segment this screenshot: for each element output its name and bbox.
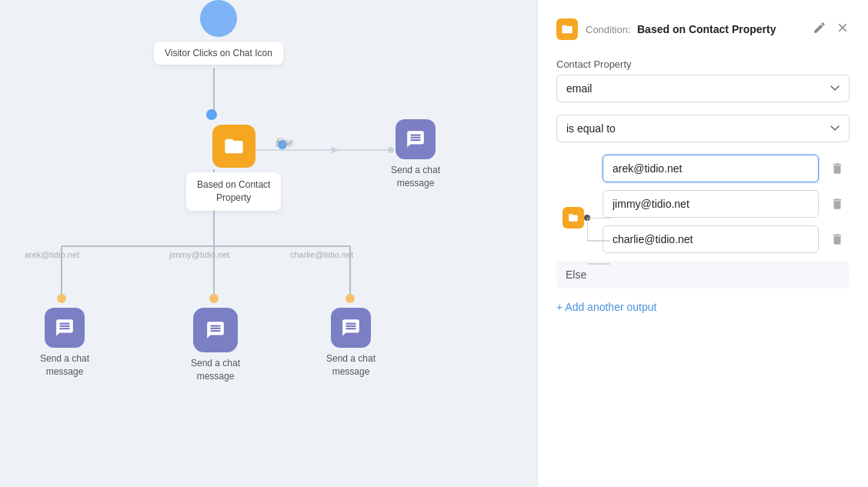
left-msg-label: Send a chatmessage: [40, 352, 89, 379]
panel-title: Based on Contact Property: [637, 23, 776, 35]
contact-property-select[interactable]: email: [556, 75, 850, 102]
delete-btn-3[interactable]: [825, 227, 850, 252]
panel-header: Condition: Based on Contact Property: [556, 18, 850, 40]
delete-btn-2[interactable]: [825, 192, 850, 216]
right-msg-label: Send a chatmessage: [326, 352, 376, 379]
else-label: Else: [566, 269, 586, 281]
delete-btn-1[interactable]: [825, 156, 850, 181]
value-row-1: [603, 155, 850, 182]
branch-arek-label: arek@tidio.net: [25, 250, 79, 259]
panel-header-actions: [813, 21, 850, 38]
condition-label: Based on ContactProperty: [197, 179, 270, 203]
blue-dot-1: [206, 109, 217, 120]
close-icon[interactable]: [836, 21, 850, 38]
value-inputs: [603, 155, 850, 261]
panel-label: Condition:: [586, 24, 631, 35]
else-arrow-label: Else: [275, 139, 292, 148]
branch-jimmy-label: jimmy@tidio.net: [169, 250, 229, 259]
value-input-2[interactable]: [603, 190, 819, 218]
value-row-3: [603, 225, 850, 253]
panel-condition-icon: [556, 18, 578, 40]
trigger-node[interactable]: Visitor Clicks on Chat Icon: [154, 0, 283, 65]
flow-canvas: Else Visitor Clicks on Chat Icon: [0, 0, 537, 487]
yellow-dot-left: [57, 294, 66, 303]
center-msg-label: Send a chatmessage: [191, 357, 240, 383]
branch-charlie-label: charlie@tidio.net: [290, 250, 353, 259]
else-msg-node[interactable]: Send a chatmessage: [391, 119, 440, 190]
panel-header-text: Condition: Based on Contact Property: [586, 22, 776, 36]
center-msg-node[interactable]: Send a chatmessage: [191, 308, 240, 383]
connector-lines: [556, 161, 603, 261]
value-input-3[interactable]: [603, 225, 819, 253]
contact-property-section: Contact Property email: [556, 58, 850, 102]
operator-select[interactable]: is equal to: [556, 115, 850, 142]
edit-icon[interactable]: [813, 21, 826, 38]
left-msg-node[interactable]: Send a chatmessage: [40, 308, 89, 379]
yellow-dot-center: [209, 294, 219, 303]
small-folder-icon: [563, 207, 584, 228]
value-row-2: [603, 190, 850, 218]
value-input-1[interactable]: [603, 155, 819, 182]
right-panel: Condition: Based on Contact Property Con…: [537, 0, 868, 487]
contact-property-label: Contact Property: [556, 58, 850, 70]
condition-node[interactable]: Based on ContactProperty: [186, 125, 281, 211]
operator-section: is equal to: [556, 115, 850, 142]
values-area: [556, 155, 850, 261]
else-msg-label: Send a chatmessage: [391, 164, 440, 190]
right-msg-node[interactable]: Send a chatmessage: [326, 308, 376, 379]
trigger-label: Visitor Clicks on Chat Icon: [165, 48, 272, 58]
yellow-dot-right: [346, 294, 355, 303]
flow-svg: Else: [0, 0, 537, 487]
